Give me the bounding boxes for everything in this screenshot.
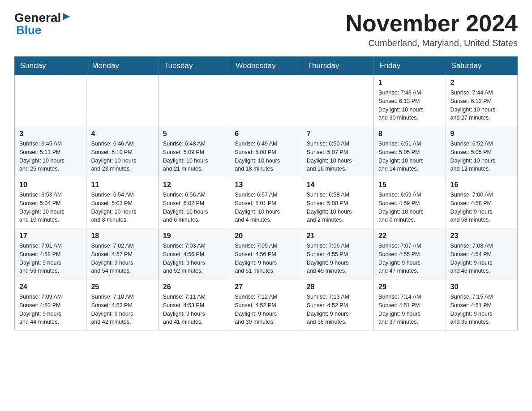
day-info: Sunrise: 7:05 AM Sunset: 4:56 PM Dayligh… — [235, 242, 297, 275]
day-info: Sunrise: 6:52 AM Sunset: 5:05 PM Dayligh… — [450, 140, 513, 173]
calendar-cell: 4Sunrise: 6:46 AM Sunset: 5:10 PM Daylig… — [86, 126, 158, 177]
day-info: Sunrise: 7:10 AM Sunset: 4:53 PM Dayligh… — [91, 293, 153, 326]
day-info: Sunrise: 6:58 AM Sunset: 5:00 PM Dayligh… — [307, 191, 369, 224]
calendar-cell: 12Sunrise: 6:56 AM Sunset: 5:02 PM Dayli… — [158, 177, 230, 228]
weekday-header-thursday: Thursday — [302, 57, 373, 75]
calendar-cell: 9Sunrise: 6:52 AM Sunset: 5:05 PM Daylig… — [446, 126, 517, 177]
calendar-cell: 18Sunrise: 7:02 AM Sunset: 4:57 PM Dayli… — [86, 228, 158, 279]
day-number: 13 — [235, 181, 297, 189]
title-area: November 2024 Cumberland, Maryland, Unit… — [346, 11, 518, 48]
day-number: 4 — [91, 130, 153, 138]
calendar-cell: 2Sunrise: 7:44 AM Sunset: 6:12 PM Daylig… — [446, 75, 517, 126]
day-number: 9 — [450, 130, 513, 138]
day-number: 23 — [450, 232, 513, 240]
calendar-cell: 27Sunrise: 7:12 AM Sunset: 4:52 PM Dayli… — [230, 279, 302, 330]
calendar-cell — [158, 75, 230, 126]
day-number: 20 — [235, 232, 297, 240]
day-number: 27 — [235, 283, 297, 291]
svg-marker-0 — [63, 13, 70, 20]
day-number: 10 — [19, 181, 82, 189]
weekday-header-wednesday: Wednesday — [230, 57, 302, 75]
calendar-cell: 7Sunrise: 6:50 AM Sunset: 5:07 PM Daylig… — [302, 126, 373, 177]
calendar-cell — [15, 75, 86, 126]
calendar-cell: 11Sunrise: 6:54 AM Sunset: 5:03 PM Dayli… — [86, 177, 158, 228]
day-info: Sunrise: 7:11 AM Sunset: 4:53 PM Dayligh… — [163, 293, 225, 326]
weekday-header-monday: Monday — [86, 57, 158, 75]
calendar-cell: 24Sunrise: 7:09 AM Sunset: 4:53 PM Dayli… — [15, 279, 86, 330]
day-number: 12 — [163, 181, 225, 189]
calendar-cell: 28Sunrise: 7:13 AM Sunset: 4:52 PM Dayli… — [302, 279, 373, 330]
calendar-cell: 5Sunrise: 6:48 AM Sunset: 5:09 PM Daylig… — [158, 126, 230, 177]
day-info: Sunrise: 7:43 AM Sunset: 6:13 PM Dayligh… — [378, 89, 441, 122]
day-number: 21 — [307, 232, 369, 240]
weekday-header-sunday: Sunday — [15, 57, 86, 75]
day-info: Sunrise: 7:01 AM Sunset: 4:58 PM Dayligh… — [19, 242, 82, 275]
day-info: Sunrise: 7:03 AM Sunset: 4:56 PM Dayligh… — [163, 242, 225, 275]
day-number: 25 — [91, 283, 153, 291]
weekday-header-tuesday: Tuesday — [158, 57, 230, 75]
calendar-cell: 14Sunrise: 6:58 AM Sunset: 5:00 PM Dayli… — [302, 177, 373, 228]
logo-blue-text: Blue — [16, 23, 41, 37]
day-number: 18 — [91, 232, 153, 240]
weekday-header-row: SundayMondayTuesdayWednesdayThursdayFrid… — [15, 57, 518, 75]
calendar-cell: 30Sunrise: 7:15 AM Sunset: 4:51 PM Dayli… — [446, 279, 517, 330]
calendar-table: SundayMondayTuesdayWednesdayThursdayFrid… — [14, 56, 518, 330]
day-info: Sunrise: 6:57 AM Sunset: 5:01 PM Dayligh… — [235, 191, 297, 224]
calendar-cell — [230, 75, 302, 126]
day-info: Sunrise: 6:50 AM Sunset: 5:07 PM Dayligh… — [307, 140, 369, 173]
location-subtitle: Cumberland, Maryland, United States — [346, 38, 518, 48]
calendar-cell — [302, 75, 373, 126]
day-number: 16 — [450, 181, 513, 189]
day-number: 1 — [378, 79, 441, 87]
day-info: Sunrise: 7:02 AM Sunset: 4:57 PM Dayligh… — [91, 242, 153, 275]
day-info: Sunrise: 6:53 AM Sunset: 5:04 PM Dayligh… — [19, 191, 82, 224]
calendar-cell: 29Sunrise: 7:14 AM Sunset: 4:51 PM Dayli… — [374, 279, 446, 330]
day-number: 26 — [163, 283, 225, 291]
calendar-cell: 20Sunrise: 7:05 AM Sunset: 4:56 PM Dayli… — [230, 228, 302, 279]
day-info: Sunrise: 6:49 AM Sunset: 5:08 PM Dayligh… — [235, 140, 297, 173]
day-number: 22 — [378, 232, 441, 240]
month-title: November 2024 — [346, 11, 518, 36]
calendar-cell — [86, 75, 158, 126]
calendar-cell: 13Sunrise: 6:57 AM Sunset: 5:01 PM Dayli… — [230, 177, 302, 228]
day-number: 2 — [450, 79, 513, 87]
calendar-cell: 15Sunrise: 6:59 AM Sunset: 4:59 PM Dayli… — [374, 177, 446, 228]
day-info: Sunrise: 6:48 AM Sunset: 5:09 PM Dayligh… — [163, 140, 225, 173]
calendar-week-row: 10Sunrise: 6:53 AM Sunset: 5:04 PM Dayli… — [15, 177, 518, 228]
day-info: Sunrise: 7:14 AM Sunset: 4:51 PM Dayligh… — [378, 293, 441, 326]
day-info: Sunrise: 7:09 AM Sunset: 4:53 PM Dayligh… — [19, 293, 82, 326]
calendar-cell: 21Sunrise: 7:06 AM Sunset: 4:55 PM Dayli… — [302, 228, 373, 279]
calendar-cell: 3Sunrise: 6:45 AM Sunset: 5:11 PM Daylig… — [15, 126, 86, 177]
calendar-cell: 19Sunrise: 7:03 AM Sunset: 4:56 PM Dayli… — [158, 228, 230, 279]
calendar-week-row: 17Sunrise: 7:01 AM Sunset: 4:58 PM Dayli… — [15, 228, 518, 279]
day-info: Sunrise: 7:15 AM Sunset: 4:51 PM Dayligh… — [450, 293, 513, 326]
day-info: Sunrise: 7:12 AM Sunset: 4:52 PM Dayligh… — [235, 293, 297, 326]
calendar-cell: 8Sunrise: 6:51 AM Sunset: 5:05 PM Daylig… — [374, 126, 446, 177]
day-number: 3 — [19, 130, 82, 138]
day-info: Sunrise: 7:44 AM Sunset: 6:12 PM Dayligh… — [450, 89, 513, 122]
day-info: Sunrise: 7:07 AM Sunset: 4:55 PM Dayligh… — [378, 242, 441, 275]
calendar-cell: 1Sunrise: 7:43 AM Sunset: 6:13 PM Daylig… — [374, 75, 446, 126]
page-header: General Blue November 2024 Cumberland, M… — [14, 11, 518, 48]
day-number: 15 — [378, 181, 441, 189]
day-info: Sunrise: 6:51 AM Sunset: 5:05 PM Dayligh… — [378, 140, 441, 173]
day-info: Sunrise: 6:45 AM Sunset: 5:11 PM Dayligh… — [19, 140, 82, 173]
day-info: Sunrise: 6:56 AM Sunset: 5:02 PM Dayligh… — [163, 191, 225, 224]
calendar-cell: 25Sunrise: 7:10 AM Sunset: 4:53 PM Dayli… — [86, 279, 158, 330]
logo: General Blue — [14, 11, 72, 37]
day-number: 19 — [163, 232, 225, 240]
calendar-cell: 22Sunrise: 7:07 AM Sunset: 4:55 PM Dayli… — [374, 228, 446, 279]
day-info: Sunrise: 7:00 AM Sunset: 4:58 PM Dayligh… — [450, 191, 513, 224]
calendar-week-row: 1Sunrise: 7:43 AM Sunset: 6:13 PM Daylig… — [15, 75, 518, 126]
calendar-cell: 10Sunrise: 6:53 AM Sunset: 5:04 PM Dayli… — [15, 177, 86, 228]
weekday-header-friday: Friday — [374, 57, 446, 75]
day-number: 17 — [19, 232, 82, 240]
calendar-cell: 17Sunrise: 7:01 AM Sunset: 4:58 PM Dayli… — [15, 228, 86, 279]
day-info: Sunrise: 7:13 AM Sunset: 4:52 PM Dayligh… — [307, 293, 369, 326]
day-info: Sunrise: 6:54 AM Sunset: 5:03 PM Dayligh… — [91, 191, 153, 224]
day-number: 28 — [307, 283, 369, 291]
calendar-week-row: 24Sunrise: 7:09 AM Sunset: 4:53 PM Dayli… — [15, 279, 518, 330]
weekday-header-saturday: Saturday — [446, 57, 517, 75]
calendar-cell: 16Sunrise: 7:00 AM Sunset: 4:58 PM Dayli… — [446, 177, 517, 228]
day-number: 30 — [450, 283, 513, 291]
